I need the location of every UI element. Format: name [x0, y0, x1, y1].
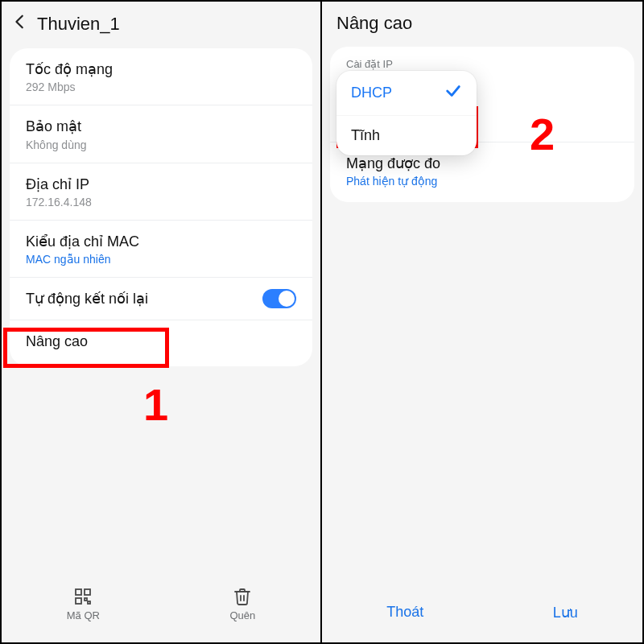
- row-auto-reconnect[interactable]: Tự động kết nối lại: [10, 278, 312, 320]
- row-security[interactable]: Bảo mật Không dùng: [10, 105, 312, 163]
- row-ip-address[interactable]: Địa chỉ IP 172.16.4.148: [10, 163, 312, 221]
- dropdown-option-dhcp[interactable]: DHCP: [336, 71, 477, 115]
- details-card: Tốc độ mạng 292 Mbps Bảo mật Không dùng …: [10, 48, 312, 366]
- row-advanced[interactable]: Nâng cao: [10, 320, 312, 365]
- cancel-button[interactable]: Thoát: [386, 604, 423, 621]
- qr-label: Mã QR: [67, 609, 100, 621]
- value-ip-address: 172.16.4.148: [26, 196, 296, 208]
- row-mac-type[interactable]: Kiểu địa chỉ MAC MAC ngẫu nhiên: [10, 221, 312, 278]
- label-security: Bảo mật: [26, 117, 296, 136]
- dropdown-option-static-label: Tĩnh: [351, 127, 380, 144]
- save-button[interactable]: Lưu: [553, 604, 578, 621]
- toggle-auto-reconnect[interactable]: [262, 289, 296, 308]
- header: Thuvien_1: [2, 2, 320, 43]
- label-metered-network: Mạng được đo: [346, 154, 618, 173]
- bottom-bar: Thoát Lưu: [322, 586, 642, 642]
- step-number-1: 1: [143, 378, 168, 431]
- label-network-speed: Tốc độ mạng: [26, 60, 296, 79]
- value-network-speed: 292 Mbps: [26, 80, 296, 93]
- label-mac-type: Kiểu địa chỉ MAC: [26, 232, 296, 251]
- qr-button[interactable]: Mã QR: [67, 587, 100, 621]
- svg-rect-3: [85, 598, 87, 601]
- value-mac-type: MAC ngẫu nhiên: [26, 253, 296, 266]
- value-metered-network: Phát hiện tự động: [346, 175, 618, 188]
- page-title: Nâng cao: [336, 13, 412, 34]
- check-icon: [444, 82, 462, 104]
- svg-rect-4: [88, 601, 90, 604]
- bottom-bar: Mã QR Quên: [2, 572, 320, 642]
- row-network-speed[interactable]: Tốc độ mạng 292 Mbps: [10, 48, 312, 105]
- back-icon[interactable]: [11, 13, 29, 35]
- value-security: Không dùng: [26, 138, 296, 151]
- screen-advanced: Nâng cao Cài đặt IP Không dùng Mạng được…: [322, 2, 642, 642]
- dropdown-option-dhcp-label: DHCP: [351, 85, 392, 101]
- svg-rect-1: [85, 589, 90, 595]
- screen-network-details: Thuvien_1 Tốc độ mạng 292 Mbps Bảo mật K…: [2, 2, 322, 642]
- ip-settings-dropdown[interactable]: DHCP Tĩnh: [336, 71, 477, 155]
- step-number-2: 2: [530, 108, 555, 160]
- forget-label: Quên: [229, 609, 255, 621]
- header: Nâng cao: [322, 2, 642, 42]
- dropdown-option-static[interactable]: Tĩnh: [336, 115, 477, 155]
- ip-settings-label: Cài đặt IP: [330, 47, 634, 73]
- svg-rect-0: [76, 589, 81, 595]
- forget-button[interactable]: Quên: [229, 587, 255, 621]
- trash-icon: [229, 587, 255, 606]
- label-auto-reconnect: Tự động kết nối lại: [26, 289, 148, 308]
- svg-rect-2: [76, 598, 81, 604]
- qr-icon: [67, 587, 100, 606]
- page-title: Thuvien_1: [37, 14, 120, 35]
- label-ip-address: Địa chỉ IP: [26, 175, 296, 194]
- label-advanced: Nâng cao: [26, 332, 296, 351]
